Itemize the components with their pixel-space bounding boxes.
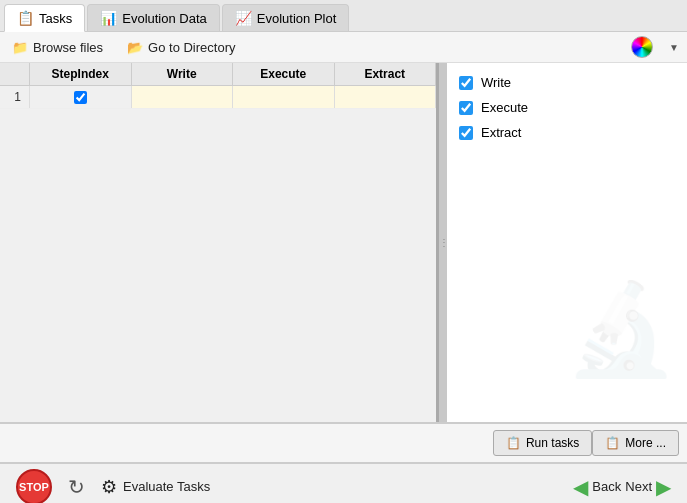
run-tasks-button[interactable]: 📋 Run tasks <box>493 430 592 456</box>
th-empty <box>0 63 30 85</box>
go-to-directory-icon: 📂 <box>127 40 143 55</box>
browse-files-label: Browse files <box>33 40 103 55</box>
tab-evolution-plot-label: Evolution Plot <box>257 11 337 26</box>
row-checkbox-input[interactable] <box>74 91 87 104</box>
run-tasks-icon: 📋 <box>506 436 521 450</box>
row-execute-cell <box>233 86 335 108</box>
tab-tasks[interactable]: 📋 Tasks <box>4 4 85 32</box>
next-arrow-icon: ▶ <box>656 475 671 499</box>
tab-tasks-label: Tasks <box>39 11 72 26</box>
row-extract-cell <box>335 86 437 108</box>
nav-section: ◀ Back Next ▶ <box>573 475 671 499</box>
tasks-icon: 📋 <box>17 10 34 26</box>
row-write-cell <box>132 86 234 108</box>
th-write: Write <box>132 63 234 85</box>
back-button[interactable]: ◀ Back <box>573 475 621 499</box>
next-button[interactable]: Next ▶ <box>625 475 671 499</box>
color-wheel-dropdown-icon[interactable]: ▼ <box>669 42 679 53</box>
th-execute: Execute <box>233 63 335 85</box>
checkbox-extract: Extract <box>459 125 675 140</box>
toolbar: 📁 Browse files 📂 Go to Directory ▼ <box>0 32 687 63</box>
browse-files-button[interactable]: 📁 Browse files <box>8 38 107 57</box>
left-panel: StepIndex Write Execute Extract 1 <box>0 63 439 422</box>
right-action-bar: 📋 Run tasks 📋 More ... <box>0 423 687 463</box>
checkbox-execute: Execute <box>459 100 675 115</box>
divider-handle[interactable]: ⋮ <box>439 63 447 422</box>
table-row: 1 <box>0 86 436 109</box>
refresh-icon: ↻ <box>68 476 85 498</box>
th-stepindex: StepIndex <box>30 63 132 85</box>
color-wheel-button[interactable] <box>631 36 653 58</box>
checkbox-write-label: Write <box>481 75 511 90</box>
evolution-data-icon: 📊 <box>100 10 117 26</box>
checkbox-write-input[interactable] <box>459 76 473 90</box>
row-stepindex-cell[interactable] <box>30 86 132 108</box>
run-tasks-label: Run tasks <box>526 436 579 450</box>
table-header: StepIndex Write Execute Extract <box>0 63 436 86</box>
back-label: Back <box>592 479 621 494</box>
watermark-icon: 🔬 <box>565 277 677 382</box>
gear-icon: ⚙ <box>101 476 117 498</box>
evaluate-tasks-label: Evaluate Tasks <box>123 479 210 494</box>
tab-evolution-data-label: Evolution Data <box>122 11 207 26</box>
more-button[interactable]: 📋 More ... <box>592 430 679 456</box>
go-to-directory-button[interactable]: 📂 Go to Directory <box>123 38 239 57</box>
checkbox-write: Write <box>459 75 675 90</box>
main-content: StepIndex Write Execute Extract 1 ⋮ Writ… <box>0 63 687 423</box>
go-to-directory-label: Go to Directory <box>148 40 235 55</box>
tab-evolution-plot[interactable]: 📈 Evolution Plot <box>222 4 350 31</box>
checkbox-execute-label: Execute <box>481 100 528 115</box>
tab-bar: 📋 Tasks 📊 Evolution Data 📈 Evolution Plo… <box>0 0 687 32</box>
evaluate-tasks-button[interactable]: ⚙ Evaluate Tasks <box>101 476 210 498</box>
back-arrow-icon: ◀ <box>573 475 588 499</box>
checkbox-extract-input[interactable] <box>459 126 473 140</box>
next-label: Next <box>625 479 652 494</box>
browse-files-icon: 📁 <box>12 40 28 55</box>
row-number: 1 <box>0 86 30 108</box>
evolution-plot-icon: 📈 <box>235 10 252 26</box>
more-icon: 📋 <box>605 436 620 450</box>
th-extract: Extract <box>335 63 437 85</box>
right-panel: Write Execute Extract 🔬 <box>447 63 687 422</box>
checkbox-execute-input[interactable] <box>459 101 473 115</box>
stop-label: STOP <box>19 481 49 493</box>
bottom-bar: STOP ↻ ⚙ Evaluate Tasks ◀ Back Next ▶ <box>0 463 687 503</box>
refresh-button[interactable]: ↻ <box>64 471 89 503</box>
table-body: 1 <box>0 86 436 422</box>
tab-evolution-data[interactable]: 📊 Evolution Data <box>87 4 220 31</box>
stop-button[interactable]: STOP <box>16 469 52 504</box>
checkbox-extract-label: Extract <box>481 125 521 140</box>
more-label: More ... <box>625 436 666 450</box>
